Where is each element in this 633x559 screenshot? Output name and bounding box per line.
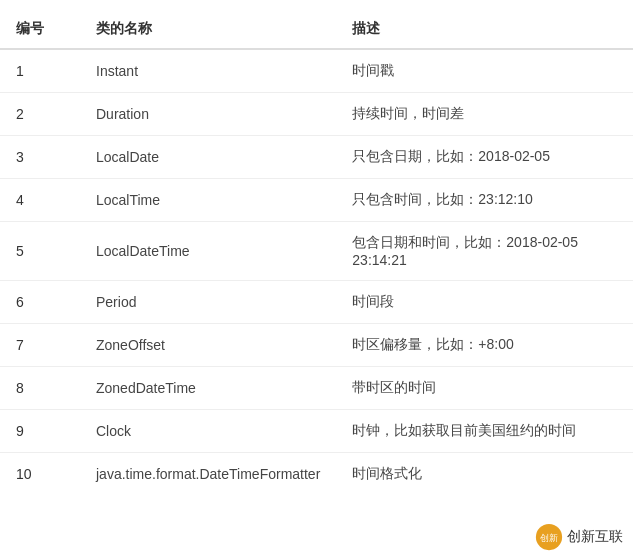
cell-id: 9 <box>0 410 80 453</box>
cell-id: 4 <box>0 179 80 222</box>
table-row: 5LocalDateTime包含日期和时间，比如：2018-02-05 23:1… <box>0 222 633 281</box>
table-row: 8ZonedDateTime带时区的时间 <box>0 367 633 410</box>
cell-class-name: LocalDateTime <box>80 222 336 281</box>
table-header-row: 编号 类的名称 描述 <box>0 10 633 49</box>
cell-description: 持续时间，时间差 <box>336 93 633 136</box>
cell-description: 包含日期和时间，比如：2018-02-05 23:14:21 <box>336 222 633 281</box>
brand-text: 创新互联 <box>567 528 623 546</box>
cell-id: 3 <box>0 136 80 179</box>
cell-description: 时钟，比如获取目前美国纽约的时间 <box>336 410 633 453</box>
cell-description: 带时区的时间 <box>336 367 633 410</box>
cell-id: 6 <box>0 281 80 324</box>
table-row: 6Period时间段 <box>0 281 633 324</box>
cell-class-name: Duration <box>80 93 336 136</box>
table-row: 3LocalDate只包含日期，比如：2018-02-05 <box>0 136 633 179</box>
cell-id: 2 <box>0 93 80 136</box>
cell-description: 只包含日期，比如：2018-02-05 <box>336 136 633 179</box>
table-body: 1Instant时间戳2Duration持续时间，时间差3LocalDate只包… <box>0 49 633 495</box>
cell-id: 7 <box>0 324 80 367</box>
cell-description: 时间段 <box>336 281 633 324</box>
cell-id: 5 <box>0 222 80 281</box>
table-row: 4LocalTime只包含时间，比如：23:12:10 <box>0 179 633 222</box>
cell-id: 1 <box>0 49 80 93</box>
cell-class-name: LocalDate <box>80 136 336 179</box>
cell-class-name: Period <box>80 281 336 324</box>
col-header-id: 编号 <box>0 10 80 49</box>
table-row: 1Instant时间戳 <box>0 49 633 93</box>
cell-class-name: java.time.format.DateTimeFormatter <box>80 453 336 496</box>
brand-logo-icon: 创新 <box>535 523 563 551</box>
table-row: 7ZoneOffset时区偏移量，比如：+8:00 <box>0 324 633 367</box>
table-row: 2Duration持续时间，时间差 <box>0 93 633 136</box>
cell-description: 时间格式化 <box>336 453 633 496</box>
cell-class-name: ZonedDateTime <box>80 367 336 410</box>
col-header-name: 类的名称 <box>80 10 336 49</box>
cell-description: 时间戳 <box>336 49 633 93</box>
cell-id: 10 <box>0 453 80 496</box>
main-container: 编号 类的名称 描述 1Instant时间戳2Duration持续时间，时间差3… <box>0 0 633 505</box>
table-row: 10java.time.format.DateTimeFormatter时间格式… <box>0 453 633 496</box>
cell-class-name: ZoneOffset <box>80 324 336 367</box>
data-table: 编号 类的名称 描述 1Instant时间戳2Duration持续时间，时间差3… <box>0 10 633 495</box>
col-header-desc: 描述 <box>336 10 633 49</box>
brand-footer: 创新 创新互联 <box>535 523 623 551</box>
cell-class-name: Instant <box>80 49 336 93</box>
cell-description: 时区偏移量，比如：+8:00 <box>336 324 633 367</box>
cell-class-name: Clock <box>80 410 336 453</box>
table-row: 9Clock时钟，比如获取目前美国纽约的时间 <box>0 410 633 453</box>
cell-id: 8 <box>0 367 80 410</box>
cell-description: 只包含时间，比如：23:12:10 <box>336 179 633 222</box>
svg-text:创新: 创新 <box>540 533 558 543</box>
cell-class-name: LocalTime <box>80 179 336 222</box>
